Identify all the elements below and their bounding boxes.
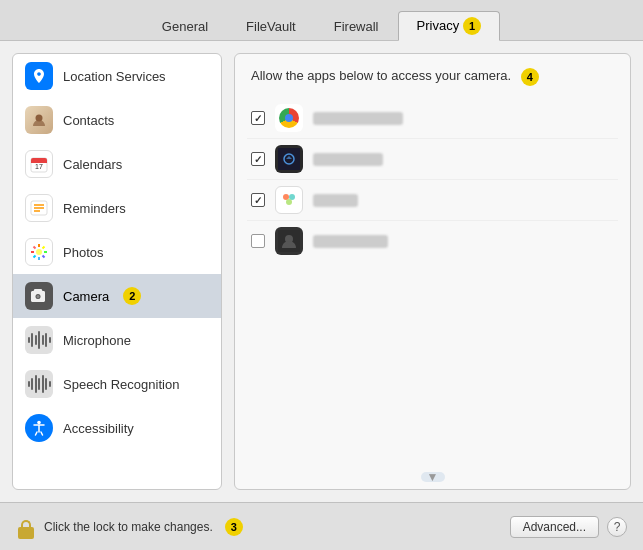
tab-filevault[interactable]: FileVault bbox=[227, 13, 315, 40]
reminders-label: Reminders bbox=[63, 201, 126, 216]
sidebar-item-location-services[interactable]: Location Services bbox=[13, 54, 221, 98]
sidebar-item-accessibility[interactable]: Accessibility bbox=[13, 406, 221, 450]
app-icon-2 bbox=[275, 145, 303, 173]
app-icon-4 bbox=[275, 227, 303, 255]
bottom-bar: Click the lock to make changes. 3 Advanc… bbox=[0, 502, 643, 550]
sidebar-item-speech-recognition[interactable]: Speech Recognition bbox=[13, 362, 221, 406]
advanced-button[interactable]: Advanced... bbox=[510, 516, 599, 538]
app-checkbox-2[interactable] bbox=[251, 152, 265, 166]
app-checkbox-1[interactable] bbox=[251, 111, 265, 125]
sidebar-item-microphone[interactable]: Microphone bbox=[13, 318, 221, 362]
lock-badge: 3 bbox=[225, 518, 243, 536]
tab-general[interactable]: General bbox=[143, 13, 227, 40]
svg-point-24 bbox=[283, 194, 289, 200]
svg-point-25 bbox=[289, 194, 295, 200]
accessibility-icon bbox=[25, 414, 53, 442]
lock-section[interactable]: Click the lock to make changes. 3 bbox=[16, 515, 243, 539]
sidebar-item-reminders[interactable]: Reminders bbox=[13, 186, 221, 230]
camera-badge: 2 bbox=[123, 287, 141, 305]
svg-point-19 bbox=[37, 295, 40, 298]
contacts-icon bbox=[25, 106, 53, 134]
main-content: Location Services Contacts 17 Calenda bbox=[0, 41, 643, 502]
location-services-icon bbox=[25, 62, 53, 90]
camera-label: Camera bbox=[63, 289, 109, 304]
app-icon-1 bbox=[275, 104, 303, 132]
svg-point-20 bbox=[37, 421, 41, 425]
svg-point-26 bbox=[286, 199, 292, 205]
help-button[interactable]: ? bbox=[607, 517, 627, 537]
lock-icon bbox=[16, 515, 36, 539]
privacy-badge: 1 bbox=[463, 17, 481, 35]
calendars-icon: 17 bbox=[25, 150, 53, 178]
table-row bbox=[247, 98, 618, 139]
camera-icon bbox=[25, 282, 53, 310]
photos-icon bbox=[25, 238, 53, 266]
contacts-label: Contacts bbox=[63, 113, 114, 128]
svg-line-16 bbox=[43, 247, 45, 249]
microphone-label: Microphone bbox=[63, 333, 131, 348]
svg-text:17: 17 bbox=[35, 163, 43, 170]
panel-badge: 4 bbox=[521, 68, 539, 86]
app-name-3 bbox=[313, 194, 358, 207]
svg-line-14 bbox=[34, 247, 36, 249]
table-row bbox=[247, 139, 618, 180]
tab-firewall[interactable]: Firewall bbox=[315, 13, 398, 40]
accessibility-label: Accessibility bbox=[63, 421, 134, 436]
tab-bar: General FileVault Firewall Privacy1 bbox=[0, 0, 643, 41]
app-name-1 bbox=[313, 112, 403, 125]
bottom-right: Advanced... ? bbox=[510, 516, 627, 538]
sidebar-item-photos[interactable]: Photos bbox=[13, 230, 221, 274]
apps-list bbox=[235, 94, 630, 469]
svg-point-9 bbox=[36, 249, 42, 255]
microphone-icon bbox=[25, 326, 53, 354]
table-row bbox=[247, 221, 618, 261]
sidebar: Location Services Contacts 17 Calenda bbox=[12, 53, 222, 490]
lock-text: Click the lock to make changes. bbox=[44, 520, 213, 534]
location-services-label: Location Services bbox=[63, 69, 166, 84]
sidebar-item-contacts[interactable]: Contacts bbox=[13, 98, 221, 142]
app-name-2 bbox=[313, 153, 383, 166]
speech-icon bbox=[25, 370, 53, 398]
scroll-arrow[interactable]: ▼ bbox=[421, 472, 445, 482]
sidebar-item-camera[interactable]: Camera 2 bbox=[13, 274, 221, 318]
speech-recognition-label: Speech Recognition bbox=[63, 377, 179, 392]
app-name-4 bbox=[313, 235, 388, 248]
app-checkbox-3[interactable] bbox=[251, 193, 265, 207]
right-panel: Allow the apps below to access your came… bbox=[234, 53, 631, 490]
app-checkbox-4[interactable] bbox=[251, 234, 265, 248]
svg-line-17 bbox=[34, 256, 36, 258]
calendars-label: Calendars bbox=[63, 157, 122, 172]
panel-header: Allow the apps below to access your came… bbox=[235, 54, 630, 94]
tab-privacy[interactable]: Privacy1 bbox=[398, 11, 501, 41]
app-icon-3 bbox=[275, 186, 303, 214]
table-row bbox=[247, 180, 618, 221]
reminders-icon bbox=[25, 194, 53, 222]
scroll-indicator[interactable]: ▼ bbox=[235, 469, 630, 489]
svg-line-15 bbox=[43, 256, 45, 258]
sidebar-item-calendars[interactable]: 17 Calendars bbox=[13, 142, 221, 186]
photos-label: Photos bbox=[63, 245, 103, 260]
